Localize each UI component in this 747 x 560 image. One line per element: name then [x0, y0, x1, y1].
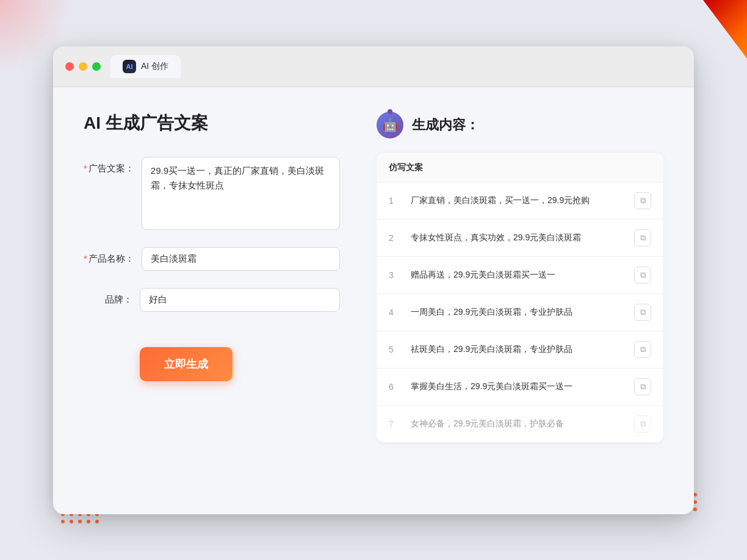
copy-icon[interactable]: ⧉: [634, 341, 651, 358]
table-header: 仿写文案: [377, 153, 663, 182]
left-panel: AI 生成广告文案 *广告文案： *产品名称： 品牌： 立: [84, 112, 340, 490]
product-required-star: *: [84, 253, 87, 264]
row-text: 赠品再送，29.9元美白淡斑霜买一送一: [411, 268, 624, 281]
row-text: 厂家直销，美白淡斑霜，买一送一，29.9元抢购: [411, 194, 624, 207]
results-rows: 1 厂家直销，美白淡斑霜，买一送一，29.9元抢购 ⧉ 2 专抹女性斑点，真实功…: [377, 182, 663, 442]
table-row: 2 专抹女性斑点，真实功效，29.9元美白淡斑霜 ⧉: [377, 220, 663, 257]
maximize-button[interactable]: [92, 62, 101, 71]
copy-icon[interactable]: ⧉: [634, 415, 651, 433]
right-panel: 🤖 生成内容： 仿写文案 1 厂家直销，美白淡斑霜，买一送一，29.9元抢购 ⧉…: [377, 112, 663, 490]
row-number: 6: [389, 382, 401, 392]
table-row: 6 掌握美白生活，29.9元美白淡斑霜买一送一 ⧉: [377, 368, 663, 406]
brand-input[interactable]: [140, 288, 340, 312]
table-header-text: 仿写文案: [389, 162, 423, 172]
tab-label: AI 创作: [141, 61, 168, 72]
copy-icon[interactable]: ⧉: [634, 304, 651, 321]
copy-icon[interactable]: ⧉: [634, 192, 651, 209]
brand-group: 品牌：: [84, 288, 340, 312]
row-number: 3: [389, 270, 401, 280]
ad-copy-label: *广告文案：: [84, 157, 134, 174]
copy-icon[interactable]: ⧉: [634, 229, 651, 246]
product-name-input[interactable]: [142, 247, 340, 271]
product-name-group: *产品名称：: [84, 247, 340, 271]
minimize-button[interactable]: [79, 62, 87, 71]
table-row: 4 一周美白，29.9元美白淡斑霜，专业护肤品 ⧉: [377, 294, 663, 331]
browser-window: AI AI 创作 AI 生成广告文案 *广告文案： *产品名称：: [53, 46, 694, 514]
copy-icon[interactable]: ⧉: [634, 378, 651, 395]
row-number: 2: [389, 233, 401, 243]
brand-label: 品牌：: [84, 288, 132, 306]
page-title: AI 生成广告文案: [84, 112, 340, 135]
row-number: 7: [389, 419, 401, 429]
ai-robot-icon: 🤖: [377, 112, 403, 138]
tab-ai-creation[interactable]: AI AI 创作: [110, 55, 181, 78]
row-number: 4: [389, 307, 401, 317]
table-row: 3 赠品再送，29.9元美白淡斑霜买一送一 ⧉: [377, 257, 663, 294]
main-content: AI 生成广告文案 *广告文案： *产品名称： 品牌： 立: [53, 87, 694, 514]
ad-copy-required-star: *: [84, 163, 87, 173]
row-number: 1: [389, 196, 401, 206]
product-name-label: *产品名称：: [84, 247, 134, 265]
traffic-lights: [65, 62, 101, 71]
ad-copy-input[interactable]: [142, 157, 340, 230]
right-header: 🤖 生成内容：: [377, 112, 663, 138]
title-bar: AI AI 创作: [53, 46, 694, 87]
table-row: 5 祛斑美白，29.9元美白淡斑霜，专业护肤品 ⧉: [377, 331, 663, 368]
row-text: 专抹女性斑点，真实功效，29.9元美白淡斑霜: [411, 231, 624, 244]
results-table: 仿写文案 1 厂家直销，美白淡斑霜，买一送一，29.9元抢购 ⧉ 2 专抹女性斑…: [377, 153, 663, 442]
ad-copy-group: *广告文案：: [84, 157, 340, 230]
row-number: 5: [389, 345, 401, 354]
close-button[interactable]: [65, 62, 74, 71]
generate-button[interactable]: 立即生成: [140, 347, 233, 381]
row-text: 一周美白，29.9元美白淡斑霜，专业护肤品: [411, 306, 624, 318]
table-row: 1 厂家直销，美白淡斑霜，买一送一，29.9元抢购 ⧉: [377, 182, 663, 220]
row-text: 祛斑美白，29.9元美白淡斑霜，专业护肤品: [411, 343, 624, 356]
row-text: 女神必备，29.9元美白淡斑霜，护肤必备: [411, 417, 624, 430]
row-text: 掌握美白生活，29.9元美白淡斑霜买一送一: [411, 380, 624, 393]
table-row: 7 女神必备，29.9元美白淡斑霜，护肤必备 ⧉: [377, 406, 663, 442]
right-panel-title: 生成内容：: [412, 116, 479, 134]
tab-ai-icon: AI: [123, 60, 136, 73]
copy-icon[interactable]: ⧉: [634, 267, 651, 284]
